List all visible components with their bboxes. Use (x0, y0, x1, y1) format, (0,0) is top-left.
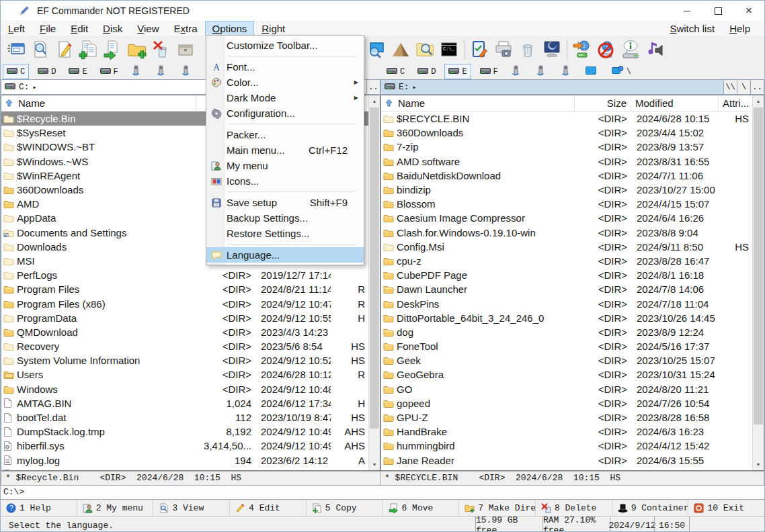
path-button[interactable]: \\ (724, 79, 737, 95)
file-row[interactable]: PerfLogs <DIR> 2019/12/7 17:14 (1, 268, 380, 282)
archive-icon[interactable] (173, 38, 198, 62)
function-key-button[interactable]: 3 View (153, 500, 230, 516)
scroll-up-icon[interactable]: ▲ (753, 95, 764, 107)
scroll-up-icon[interactable]: ▲ (369, 95, 380, 107)
drive-tab[interactable] (581, 64, 603, 79)
drive-tab[interactable] (532, 64, 552, 79)
file-row[interactable]: 360Downloads <DIR> 2023/4/4 15:02 (381, 126, 764, 140)
menu-item[interactable]: A Font... (206, 59, 364, 75)
command-line[interactable]: C:\> (1, 486, 764, 500)
drive-info-icon[interactable] (618, 38, 643, 62)
drive-tab[interactable]: F (96, 64, 122, 79)
maximize-button[interactable] (702, 1, 733, 21)
menu-item[interactable] (206, 189, 364, 195)
menubar-item[interactable]: Left (1, 21, 32, 36)
file-row[interactable]: QMDownload <DIR> 2023/4/3 14:23 (1, 325, 380, 339)
commandline-window-icon[interactable] (4, 38, 28, 62)
file-row[interactable]: hiberfil.sys 3,414,50... 2024/9/12 10:49… (1, 439, 380, 453)
drive-tab[interactable] (127, 64, 147, 79)
column-header-attr[interactable]: Attri... (719, 95, 752, 111)
menubar-item[interactable]: Extra (167, 21, 205, 36)
scroll-down-icon[interactable]: ▼ (369, 459, 380, 470)
function-key-button[interactable]: 7 Make Dire... (459, 500, 536, 516)
menu-item[interactable] (206, 241, 364, 247)
file-row[interactable]: Kodi <DIR> 2024/7/17 10:45 (381, 468, 764, 471)
file-row[interactable]: GPU-Z <DIR> 2023/8/28 16:58 (381, 410, 764, 425)
pyramid-icon[interactable] (389, 38, 413, 62)
file-row[interactable]: Caesium Image Compressor <DIR> 2024/6/4 … (381, 211, 764, 225)
file-row[interactable]: FoneTool <DIR> 2024/5/16 17:37 (381, 339, 764, 353)
path-button[interactable]: .. (367, 79, 380, 95)
menu-item[interactable]: Language... (206, 247, 364, 263)
file-row[interactable]: DumpStack.log.tmp 8,192 2024/9/12 10:49 … (1, 425, 380, 439)
function-key-button[interactable]: 6 Move (383, 500, 460, 516)
scrollbar-thumb[interactable] (754, 107, 763, 425)
column-header-name[interactable]: Name (381, 95, 575, 111)
print-screenshot-icon[interactable] (491, 38, 516, 62)
drive-tab[interactable]: D (34, 64, 60, 79)
file-row[interactable]: Config.Msi <DIR> 2024/9/11 8:50 HS (381, 240, 764, 254)
file-row[interactable]: Blossom <DIR> 2024/4/15 15:07 (381, 197, 764, 211)
function-key-button[interactable]: 10 Exit (688, 500, 764, 516)
menubar-item[interactable]: Right (254, 21, 292, 36)
drive-tab[interactable] (557, 64, 577, 79)
menu-item[interactable]: Main menu... Ctrl+F12 (206, 142, 364, 158)
drive-tab[interactable]: D (413, 64, 440, 79)
file-row[interactable]: Program Files (x86) <DIR> 2024/9/12 10:4… (1, 296, 380, 310)
file-row[interactable]: mylog.log 194 2023/6/2 14:12 A (1, 453, 380, 468)
drive-tab[interactable] (152, 64, 172, 79)
file-row[interactable]: Windows <DIR> 2024/9/12 10:48 (1, 382, 380, 396)
quick-view-icon[interactable] (28, 38, 52, 62)
move-files-icon[interactable] (101, 38, 125, 62)
disconnect-network-drive-icon[interactable] (594, 38, 618, 62)
delete-files-icon[interactable] (149, 38, 173, 62)
function-key-button[interactable]: 5 Copy (307, 500, 383, 516)
menubar-item[interactable]: Help (722, 21, 758, 36)
file-row[interactable]: AMD software <DIR> 2023/8/31 16:55 (381, 154, 764, 169)
menu-item[interactable]: Customize Toolbar... (206, 38, 364, 53)
drive-tab[interactable]: F (476, 64, 502, 79)
toolbar-button[interactable] (564, 38, 570, 62)
menu-item[interactable]: Configuration... (206, 105, 364, 121)
menu-item[interactable]: Restore Settings... (206, 226, 364, 241)
copy-files-icon[interactable] (77, 38, 101, 62)
column-header-size[interactable]: Size (575, 95, 631, 111)
scroll-down-icon[interactable]: ▼ (753, 459, 764, 470)
menubar-item[interactable]: Options (205, 21, 255, 36)
file-row[interactable]: DittoPortable_64bit_3_24_246_0 <DIR> 202… (381, 311, 764, 325)
file-row[interactable]: cpu-z <DIR> 2023/8/28 16:47 (381, 254, 764, 268)
file-row[interactable]: Program Files <DIR> 2024/8/21 11:14 R (1, 282, 380, 296)
menubar-item[interactable]: Disk (95, 21, 130, 36)
file-row[interactable]: CubePDF Page <DIR> 2024/8/1 16:18 (381, 268, 764, 282)
connect-network-drive-icon[interactable] (570, 38, 594, 62)
menu-item[interactable]: Backup Settings... (206, 210, 364, 226)
file-row[interactable]: 7-zip <DIR> 2023/8/9 13:57 (381, 140, 764, 154)
drive-tab[interactable]: E (65, 64, 91, 79)
edit-file-icon[interactable] (52, 38, 77, 62)
file-row[interactable]: DeskPins <DIR> 2024/7/18 11:04 (381, 296, 764, 310)
menu-item[interactable]: Icons... (206, 173, 364, 189)
sound-icon[interactable] (643, 38, 667, 62)
function-key-button[interactable]: 8 Delete (536, 500, 612, 516)
function-key-button[interactable]: 9 Container (612, 500, 689, 516)
column-header-name[interactable]: Name (1, 95, 196, 111)
file-row[interactable]: $RECYCLE.BIN <DIR> 2024/6/28 10:15 HS (381, 112, 764, 126)
menu-item[interactable]: My menu (206, 158, 364, 173)
left-scrollbar[interactable]: ▲ ▼ (368, 95, 380, 470)
drive-tab[interactable]: \ (608, 64, 635, 79)
drive-tab[interactable]: C (382, 64, 409, 79)
right-breadcrumb[interactable]: E: ▸ (380, 79, 724, 95)
file-row[interactable]: GO <DIR> 2024/8/20 11:21 (381, 382, 764, 396)
drive-tab[interactable]: C (3, 64, 29, 79)
path-button[interactable]: .. (751, 79, 764, 95)
path-button[interactable]: \ (737, 79, 751, 95)
file-row[interactable]: System Volume Information <DIR> 2024/9/1… (1, 353, 380, 367)
file-row[interactable]: dog <DIR> 2023/8/9 12:24 (381, 325, 764, 339)
screensaver-icon[interactable] (540, 38, 564, 62)
file-row[interactable]: bindizip <DIR> 2023/10/27 15:00 (381, 183, 764, 197)
menu-item[interactable]: Save setup Shift+F9 (206, 195, 364, 210)
drive-tab[interactable] (507, 64, 527, 79)
menubar-item[interactable]: Switch list (662, 21, 722, 36)
file-row[interactable]: Clash.for.Windows-0.19.10-win <DIR> 2023… (381, 226, 764, 240)
command-prompt-icon[interactable]: C:\_ (437, 38, 461, 62)
